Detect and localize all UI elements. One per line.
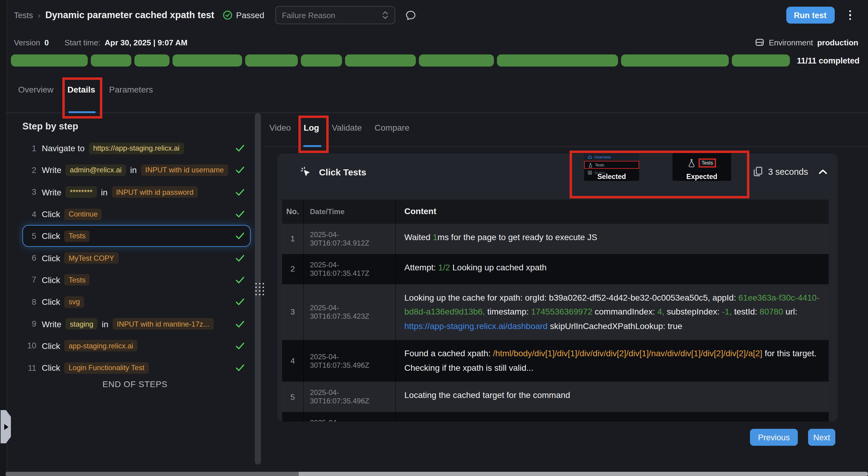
step-row-11[interactable]: 11ClickLogin Functionality Test	[22, 357, 251, 379]
page-title: Dynamic parameter cached xpath test	[45, 10, 214, 21]
horizontal-scrollbar[interactable]	[5, 472, 868, 476]
step-value-chip: ********	[66, 186, 97, 198]
log-text-segment: skipUrlInCachedXPathLookup: true	[548, 321, 682, 331]
step-row-8[interactable]: 8Clicksvg	[22, 291, 251, 313]
step-passed-check-icon	[236, 276, 245, 284]
step-number: 3	[23, 188, 36, 197]
duration-label: 3 seconds	[768, 167, 808, 176]
step-target-chip: Tests	[64, 231, 90, 242]
copy-icon[interactable]	[753, 166, 763, 177]
steps-list: 1Navigate tohttps://app-staging.relicx.a…	[14, 137, 255, 379]
previous-button[interactable]: Previous	[750, 429, 798, 446]
tab-compare[interactable]: Compare	[375, 123, 409, 136]
log-text-segment: 1745536369972	[531, 307, 595, 316]
panel-resize-handle-icon[interactable]	[254, 281, 265, 296]
log-row-number: 2	[282, 254, 304, 284]
step-number: 8	[23, 297, 36, 306]
version-value: 0	[44, 38, 49, 47]
tab-parameters[interactable]: Parameters	[109, 85, 153, 98]
log-text-segment: /html/body/div[1]/div[1]/div/div/div[2]/…	[493, 348, 763, 358]
run-test-button[interactable]: Run test	[786, 7, 834, 24]
log-row-5: 52025-04-30T16:07:35.496ZLocating the ca…	[282, 382, 829, 412]
step-row-6[interactable]: 6ClickMyTest COPY	[22, 247, 251, 269]
log-text-segment: Waited	[404, 232, 433, 242]
expected-caption: Expected	[673, 173, 731, 180]
comment-icon[interactable]	[405, 9, 416, 21]
command-header: Click Tests 3 seconds	[277, 154, 838, 200]
environment-label: Environment	[769, 38, 813, 47]
expected-screenshot-thumbnail[interactable]: Tests Expected	[673, 153, 731, 181]
selected-screenshot-thumbnail[interactable]: OverviewTestsSuites Selected	[584, 153, 639, 181]
column-header-datetime: Date/Time	[304, 200, 396, 224]
log-text-segment: url:	[785, 307, 797, 316]
breadcrumb[interactable]: Tests	[14, 10, 33, 20]
step-target-chip: INPUT with id username	[141, 165, 228, 176]
step-number: 4	[23, 210, 36, 219]
log-row-content: Waited 1ms for the page to get ready to …	[396, 224, 829, 254]
log-text-segment: timestamp:	[485, 307, 531, 316]
log-row-content: Looking up the cache for xpath: orgId: b…	[396, 284, 829, 340]
more-options-kebab-icon[interactable]	[846, 8, 854, 23]
tab-details[interactable]: Details	[67, 85, 95, 98]
step-row-7[interactable]: 7ClickTests	[22, 269, 251, 291]
tab-overview[interactable]: Overview	[18, 85, 54, 98]
breadcrumb-chevron-icon: ›	[38, 10, 40, 20]
log-text-segment: 1/2	[438, 262, 453, 272]
log-link[interactable]: https://app-staging.relicx.ai/dashboard	[404, 321, 548, 331]
tabs-divider	[6, 112, 868, 113]
step-number: 7	[23, 275, 36, 284]
status-badge: Passed	[223, 10, 264, 20]
log-row-number: 3	[282, 284, 304, 340]
step-action-text: Click	[42, 209, 60, 219]
version-label: Version	[14, 38, 40, 47]
step-row-2[interactable]: 2Writeadmin@relicx.aiinINPUT with id use…	[22, 159, 251, 181]
tab-log[interactable]: Log	[304, 123, 319, 136]
log-text-segment: Looking up the cache for xpath: orgId: b…	[404, 293, 739, 302]
collapse-chevron-up-icon[interactable]	[818, 168, 828, 174]
step-passed-check-icon	[236, 342, 245, 349]
log-text-segment: Locating the cached target for the comma…	[404, 390, 570, 400]
progress-segment	[621, 55, 728, 67]
expand-arrow-icon	[4, 424, 8, 430]
step-row-9[interactable]: 9WritestaginginINPUT with id mantine-17z…	[22, 313, 251, 335]
step-row-10[interactable]: 10Clickapp-staging.relicx.ai	[22, 335, 251, 357]
duration-group: 3 seconds	[753, 166, 828, 177]
selected-caption: Selected	[584, 173, 639, 180]
step-action-text: Click	[42, 341, 60, 351]
step-action-text: Click	[42, 253, 60, 263]
tab-video[interactable]: Video	[269, 123, 291, 136]
step-target-chip: INPUT with id password	[112, 186, 198, 198]
step-number: 6	[23, 253, 36, 263]
log-text-segment: Attempt:	[404, 262, 438, 272]
step-row-3[interactable]: 3Write********inINPUT with id password	[22, 181, 251, 203]
step-description: ClickTests	[42, 274, 90, 286]
mini-nav-tests: Tests	[584, 161, 639, 169]
failure-reason-select[interactable]: Failure Reason	[275, 6, 395, 24]
mini-nav-overview: Overview	[584, 153, 639, 161]
step-action-text: in	[130, 165, 137, 175]
step-number: 2	[23, 166, 36, 175]
log-text-segment: commandIndex:	[595, 307, 657, 316]
progress-row: 11/11 completed	[11, 55, 860, 67]
log-card: Click Tests 3 seconds No. Date/Time Cont…	[277, 154, 838, 421]
log-row-number: 5	[282, 382, 304, 412]
check-circle-icon	[223, 10, 232, 20]
log-row-datetime: 2025-04-30T16:07:34.912Z	[304, 224, 396, 254]
step-action-text: Click	[42, 297, 60, 307]
step-action-text: in	[101, 187, 108, 197]
log-text-segment: substepIndex:	[664, 307, 722, 316]
active-tab-underline	[68, 111, 96, 113]
step-row-5[interactable]: 5ClickTests	[22, 225, 251, 247]
next-button[interactable]: Next	[808, 429, 835, 446]
sidebar-expand-handle[interactable]	[1, 410, 11, 443]
step-row-1[interactable]: 1Navigate tohttps://app-staging.relicx.a…	[22, 137, 251, 159]
step-description: Clickapp-staging.relicx.ai	[42, 340, 137, 352]
progress-segment	[134, 55, 169, 67]
step-passed-check-icon	[236, 233, 245, 240]
step-target-chip: Login Functionality Test	[64, 362, 149, 373]
log-text-segment: 80780	[760, 307, 786, 316]
tab-validate[interactable]: Validate	[332, 123, 362, 136]
step-row-4[interactable]: 4ClickContinue	[22, 203, 251, 225]
column-header-content: Content	[396, 200, 829, 224]
log-tab-underline	[303, 145, 321, 147]
